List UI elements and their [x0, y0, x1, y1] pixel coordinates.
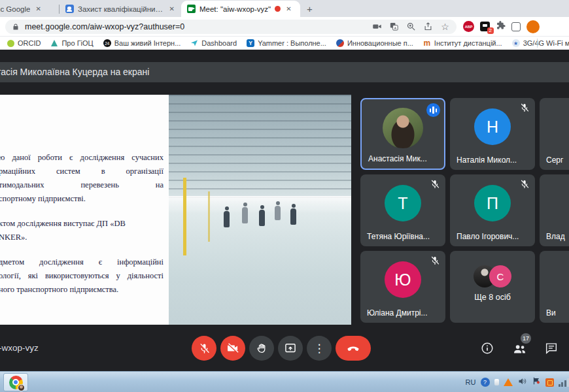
end-call-icon — [346, 341, 360, 355]
address-bar[interactable]: meet.google.com/aiw-wxop-vyz?authuser=0 … — [5, 20, 457, 34]
warehouse-photo — [169, 95, 351, 325]
action-center-flag-icon[interactable] — [532, 376, 541, 388]
more-people-label: Ще 8 осіб — [450, 293, 535, 302]
participant-name: Влад — [546, 232, 565, 241]
meeting-details-button[interactable] — [480, 341, 494, 355]
bookmark-innovations[interactable]: Инновационные п... — [336, 39, 413, 47]
participant-tile-anastasiia[interactable]: Анастасія Мик... — [360, 98, 445, 170]
tray-app-icon[interactable] — [494, 379, 499, 385]
participant-tile-tetiana[interactable]: Т Тетяна Юріївна... — [360, 174, 445, 246]
bookmark-wifi-modem[interactable]: ★3G/4G Wi-Fi модем... — [512, 39, 569, 47]
tab-camera-icon[interactable] — [372, 22, 382, 31]
zoom-icon[interactable] — [406, 22, 416, 31]
paper-plane-icon — [190, 39, 198, 47]
volume-tray-icon[interactable] — [517, 376, 527, 389]
language-indicator[interactable]: RU — [466, 378, 476, 386]
chrome-icon — [9, 376, 23, 389]
bookmark-internet[interactable]: 24Ваш живий Інтерн... — [103, 39, 181, 47]
avatar: П — [474, 185, 511, 221]
chrome-taskbar-button[interactable] — [3, 373, 28, 391]
network-signal-icon[interactable] — [559, 378, 569, 387]
participant-name: Наталія Микол... — [457, 155, 517, 165]
bookmark-orcid[interactable]: ORCID — [7, 39, 41, 47]
tab-label: Захист кваліфікаційних робіт М — [78, 5, 164, 13]
bookmark-giots[interactable]: Про ГіОЦ — [50, 39, 93, 47]
antivirus-tray-icon[interactable] — [504, 378, 513, 386]
badge-24-icon: 24 — [103, 39, 111, 47]
tab-thesis-defense[interactable]: Захист кваліфікаційних робіт М ✕ — [60, 1, 181, 17]
camera-off-icon — [226, 342, 239, 355]
presenting-text: тасія Миколаївна Куцерда на екрані — [0, 62, 149, 82]
close-icon[interactable]: ✕ — [168, 5, 176, 13]
present-screen-button[interactable] — [278, 336, 303, 361]
close-icon[interactable]: ✕ — [34, 5, 42, 13]
more-options-button[interactable]: ⋮ — [307, 336, 332, 361]
tab-meet[interactable]: Meet: "aiw-wxop-vyz" ✕ — [181, 1, 300, 17]
bookmark-dashboard[interactable]: Dashboard — [190, 39, 237, 47]
alert-tray-icon[interactable] — [545, 378, 554, 387]
self-view-tile[interactable]: Ви — [540, 251, 569, 323]
participants-button[interactable]: 17 — [512, 341, 526, 355]
participant-name: Ви — [546, 308, 556, 318]
new-tab-button[interactable]: + — [307, 3, 313, 14]
omnibox-actions: ☆ — [372, 22, 450, 31]
tab-google[interactable]: ис Google ✕ — [0, 1, 59, 17]
windows-taskbar: RU ? — [0, 371, 569, 392]
participant-name: Анастасія Мик... — [368, 154, 427, 163]
slide-line: тимодальних перевезень на — [0, 178, 164, 192]
slide-line: ктом дослідження виступає ДП «DB — [0, 217, 164, 231]
yellow-pole — [183, 178, 186, 256]
participant-tile-pavlo[interactable]: П Павло Ігорович... — [450, 174, 535, 246]
mic-muted-icon — [430, 179, 440, 189]
participant-tile-nataliia[interactable]: Н Наталія Микол... — [450, 98, 535, 170]
participant-name: Тетяна Юріївна... — [367, 232, 430, 241]
call-controls: ⋮ — [192, 336, 371, 361]
camera-toggle-button[interactable] — [220, 336, 245, 361]
participant-tile-vlad[interactable]: Влад — [540, 174, 569, 246]
participant-name: Павло Ігорович... — [457, 232, 519, 241]
mic-off-icon — [198, 342, 211, 355]
presented-slide[interactable]: ю даної роботи є дослідження сучасних рм… — [0, 95, 351, 325]
person-silhouette — [259, 210, 265, 226]
avatar: Т — [385, 185, 421, 221]
close-icon[interactable]: ✕ — [284, 5, 292, 13]
tab-label: Meet: "aiw-wxop-vyz" — [199, 5, 271, 13]
mic-toggle-button[interactable] — [192, 336, 216, 361]
mic-muted-icon — [519, 103, 530, 113]
speaking-indicator-icon — [426, 103, 440, 117]
divider — [537, 39, 538, 48]
hand-icon — [256, 342, 268, 355]
bookmark-institute[interactable]: mІнститут дистанцій... — [423, 39, 502, 47]
meeting-code: -wxop-vyz — [0, 343, 39, 353]
slide-text: ю даної роботи є дослідження сучасних рм… — [0, 151, 164, 308]
account-avatar[interactable] — [526, 20, 540, 33]
overflow-participants-tile[interactable]: С Ще 8 осіб — [450, 251, 535, 323]
meeting-meta-icons: 17 — [480, 341, 559, 355]
translate-icon[interactable] — [389, 22, 399, 31]
slide-line: спортному підприємстві. — [0, 192, 164, 206]
slide-line: NKER». — [0, 231, 164, 244]
info-icon — [480, 341, 494, 355]
extension-icon[interactable]: 2 — [480, 22, 490, 31]
chat-button[interactable] — [544, 341, 559, 355]
yellow-pole — [208, 191, 210, 242]
participant-tile-yuliana[interactable]: Ю Юліана Дмитрі... — [360, 251, 445, 323]
present-icon — [284, 342, 297, 355]
profile-frame-icon[interactable] — [511, 22, 521, 31]
person-silhouette — [224, 211, 230, 227]
share-icon[interactable] — [423, 22, 433, 31]
end-call-button[interactable] — [336, 336, 371, 361]
system-tray: RU ? — [466, 372, 569, 392]
adblock-icon[interactable]: ABP — [463, 21, 474, 32]
participant-tile-serhii[interactable]: Серг — [540, 98, 569, 170]
avatar: Ю — [385, 261, 421, 298]
raise-hand-button[interactable] — [249, 336, 274, 361]
browser-toolbar: meet.google.com/aiw-wxop-vyz?authuser=0 … — [0, 17, 569, 37]
meet-app: тасія Миколаївна Куцерда на екрані ю дан… — [0, 50, 569, 371]
extensions-puzzle-icon[interactable] — [496, 20, 506, 33]
bookmark-yammer[interactable]: YYammer : Выполне... — [247, 39, 326, 47]
triangle-icon — [50, 39, 58, 47]
help-tray-icon[interactable]: ? — [481, 378, 490, 387]
participant-name: Серг — [546, 155, 563, 165]
bookmark-star-icon[interactable]: ☆ — [440, 22, 450, 31]
